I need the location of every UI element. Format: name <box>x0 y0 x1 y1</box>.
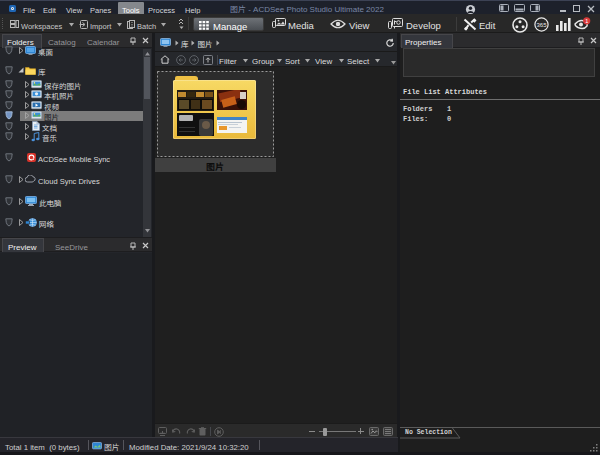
svg-text:1: 1 <box>585 18 588 24</box>
svg-text:365: 365 <box>536 21 547 27</box>
